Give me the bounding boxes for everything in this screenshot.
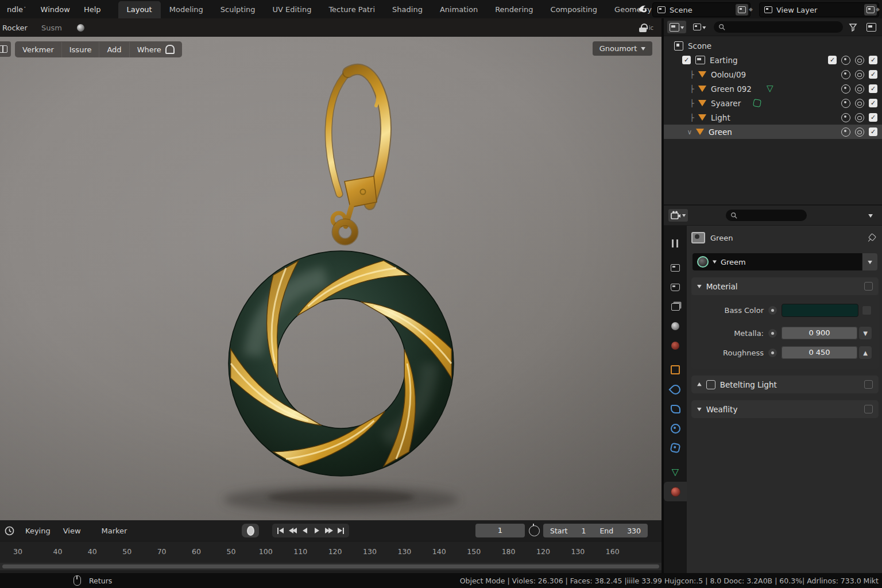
filter-icon[interactable] (849, 23, 857, 32)
tab-output[interactable] (664, 277, 687, 297)
animate-dot-button[interactable] (768, 349, 777, 357)
stopwatch-icon[interactable] (529, 525, 540, 536)
render-checkbox[interactable]: ✓ (869, 70, 877, 79)
toolbar-susm[interactable]: Susm (34, 24, 69, 32)
viewport-menu-add[interactable]: Add (99, 42, 129, 57)
panel-options-icon[interactable] (864, 282, 873, 291)
viscosity-section-header[interactable]: ▼ Weaflity (691, 400, 879, 418)
menu-window[interactable]: Window (34, 5, 77, 14)
hide-eye-icon[interactable] (841, 113, 850, 122)
tab-particles[interactable] (664, 399, 687, 419)
jump-to-start-button[interactable] (274, 524, 287, 537)
lock-chip[interactable]: ic (639, 24, 653, 32)
jump-next-keyframe-button[interactable] (323, 524, 335, 537)
timeline-menu-marker[interactable]: Marker (95, 527, 134, 535)
timeline-scrollbar[interactable] (0, 563, 662, 570)
view-layer-selector[interactable]: View Layer (759, 2, 879, 17)
tab-modeling[interactable]: Modeling (161, 1, 212, 18)
animate-dot-button[interactable] (768, 306, 777, 315)
render-checkbox[interactable]: ✓ (869, 113, 877, 122)
editor-type-button[interactable] (0, 41, 11, 57)
tab-world[interactable] (664, 336, 687, 355)
outliner-options-button[interactable] (864, 21, 879, 33)
material-browse-button[interactable]: ▼ (862, 253, 877, 270)
hide-eye-icon[interactable] (841, 84, 850, 94)
play-button[interactable] (311, 524, 323, 537)
disable-render-icon[interactable] (855, 99, 864, 108)
expand-chevron-icon[interactable]: ∨ (686, 128, 694, 136)
tab-modifiers[interactable] (664, 380, 687, 399)
tab-tool[interactable] (664, 234, 687, 253)
material-preview-sphere-icon[interactable] (77, 24, 84, 32)
disable-render-icon[interactable] (855, 84, 864, 94)
outliner-row-scene[interactable]: Scone (664, 38, 882, 53)
viewport-3d[interactable]: Verkmer Issure Add Where Gnoumort ▼ (0, 37, 662, 520)
panel-options-icon[interactable] (864, 405, 873, 413)
play-reverse-button[interactable] (299, 524, 311, 537)
metallic-dropdown-button[interactable]: ▼ (859, 327, 872, 339)
tab-rendering[interactable]: Rendering (486, 1, 541, 18)
outliner-search[interactable] (714, 21, 843, 33)
toolbar-rocker[interactable]: Rocker (0, 24, 34, 32)
properties-search[interactable] (726, 210, 807, 221)
outliner-row-object-1[interactable]: ├ Oolou/09 ✓ (664, 67, 882, 82)
animate-dot-button[interactable] (768, 329, 777, 338)
end-frame-field[interactable]: 330 (627, 527, 641, 535)
hide-eye-icon[interactable] (841, 99, 850, 108)
disable-render-icon[interactable] (855, 113, 864, 122)
new-scene-button[interactable] (736, 4, 748, 16)
tab-layout[interactable]: Layout (118, 1, 161, 18)
menu-app[interactable]: ndle˙ (0, 5, 34, 14)
tab-view-layer[interactable] (664, 297, 687, 316)
scene-selector[interactable]: Scene (652, 2, 751, 17)
hide-eye-icon[interactable] (841, 127, 850, 137)
jump-prev-keyframe-button[interactable] (287, 524, 299, 537)
viewport-menu-object[interactable]: Where (130, 41, 182, 57)
exclude-checkbox[interactable]: ✓ (828, 56, 837, 64)
tab-scene[interactable] (664, 316, 687, 336)
emission-section-header[interactable]: ▼ Betelting Light (691, 376, 879, 393)
timeline-menu-keying[interactable]: Keying (19, 527, 57, 535)
properties-options-chevron-icon[interactable]: ▼ (868, 213, 873, 218)
roughness-up-button[interactable]: ▲ (859, 346, 872, 359)
tab-sculpting[interactable]: Sculpting (212, 1, 264, 18)
auto-keying-button[interactable] (242, 524, 259, 537)
outliner-row-collection[interactable]: ✓ Earting ✓ ✓ (664, 53, 882, 67)
start-frame-field[interactable]: 1 (582, 527, 586, 535)
tab-constraints[interactable] (664, 438, 687, 458)
render-checkbox[interactable]: ✓ (869, 127, 877, 136)
panel-options-icon[interactable] (864, 380, 873, 389)
clock-icon[interactable] (5, 526, 14, 536)
outliner-row-selected[interactable]: ∨ Green ✓ (664, 125, 882, 139)
mode-dropdown[interactable]: Gnoumort ▼ (593, 41, 652, 56)
tab-render[interactable] (664, 258, 687, 277)
outliner-row-object-2[interactable]: ├ Green 092 ▽ ✓ (664, 82, 882, 96)
render-checkbox[interactable]: ✓ (869, 99, 877, 107)
timeline-menu-view[interactable]: View (57, 527, 87, 535)
tab-compositing[interactable]: Compositing (542, 1, 606, 18)
material-section-header[interactable]: ▼ Moterial (691, 277, 879, 295)
color-extra-button[interactable] (862, 305, 872, 315)
menu-help[interactable]: Help (77, 5, 108, 14)
pin-icon[interactable] (865, 232, 877, 243)
tab-animation[interactable]: Animation (431, 1, 486, 18)
disable-render-icon[interactable] (855, 56, 864, 65)
timeline-ruler[interactable]: 3040405070605010011012013013014015018012… (0, 541, 662, 563)
disable-render-icon[interactable] (855, 127, 864, 137)
tab-object-data[interactable]: ▽ (664, 462, 687, 482)
render-checkbox[interactable]: ✓ (869, 56, 877, 64)
display-mode-button[interactable]: ▼ (691, 21, 708, 33)
properties-editor-type-button[interactable]: ▼ (668, 209, 688, 222)
section-checkbox[interactable] (706, 380, 715, 389)
roughness-value-slider[interactable]: 0 450 (782, 346, 857, 359)
jump-to-end-button[interactable] (335, 524, 347, 537)
viewport-menu-view[interactable]: Verkmer (15, 42, 62, 57)
hide-eye-icon[interactable] (841, 56, 850, 65)
outliner-row-light[interactable]: ├ Light ✓ (664, 110, 882, 125)
tab-material[interactable] (664, 482, 687, 501)
base-color-swatch[interactable] (782, 304, 858, 317)
collection-checkbox[interactable]: ✓ (682, 56, 691, 64)
outliner-editor-type-button[interactable]: ▼ (667, 21, 686, 33)
metallic-value-slider[interactable]: 0 900 (782, 327, 857, 339)
tab-uv-editing[interactable]: UV Editing (264, 1, 320, 18)
